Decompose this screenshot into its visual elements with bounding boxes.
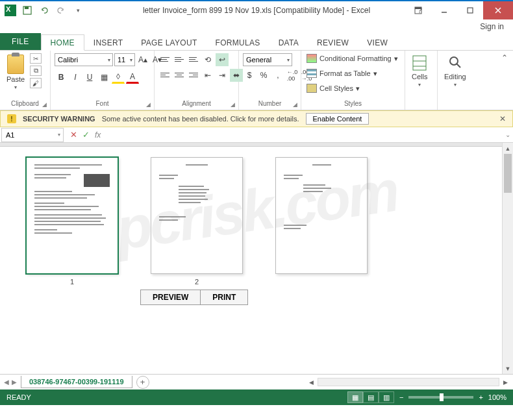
zoom-level[interactable]: 100% [488, 393, 507, 401]
scroll-up-icon[interactable]: ▲ [503, 143, 513, 154]
print-button[interactable]: PRINT [201, 290, 248, 305]
ribbon: Paste ▾ ✂ ⧉ 🖌 Clipboard ◢ Calibri 11 A▴ … [0, 51, 513, 110]
align-middle-icon[interactable] [173, 53, 186, 65]
group-cells: Cells▾ [405, 51, 438, 110]
bold-button[interactable]: B [55, 71, 68, 84]
fx-label[interactable]: fx [95, 130, 101, 140]
worksheet-area: 1 2 PREVIEW PRINT ▲ ▼ [0, 143, 513, 374]
page-thumbnail-2[interactable]: 2 [151, 157, 243, 286]
ribbon-display-options-icon[interactable] [405, 1, 431, 19]
border-icon[interactable]: ▦ [97, 71, 110, 84]
tab-data[interactable]: DATA [269, 35, 308, 50]
alignment-launcher-icon[interactable]: ◢ [231, 101, 237, 108]
increase-font-icon[interactable]: A▴ [136, 53, 149, 66]
italic-button[interactable]: I [69, 71, 82, 84]
align-top-icon[interactable] [158, 53, 171, 65]
number-launcher-icon[interactable]: ◢ [293, 101, 299, 108]
underline-button[interactable]: U [83, 71, 96, 84]
vertical-scrollbar[interactable]: ▲ ▼ [502, 143, 513, 374]
formula-input[interactable] [106, 129, 503, 142]
tab-view[interactable]: VIEW [358, 35, 397, 50]
scroll-down-icon[interactable]: ▼ [503, 363, 513, 374]
expand-formula-icon[interactable]: ⌄ [503, 131, 513, 138]
view-buttons: ▦ ▤ ▥ [347, 391, 394, 403]
sheet-nav: ◀ ▶ [0, 378, 21, 386]
percent-format-icon[interactable]: % [257, 69, 270, 82]
zoom-out-icon[interactable]: − [399, 393, 403, 401]
fill-color-icon[interactable]: ◊ [112, 71, 125, 84]
align-left-icon[interactable] [158, 69, 171, 80]
paste-button[interactable]: Paste ▾ [4, 53, 27, 92]
title-bar: ▾ letter Invoice_form 899 19 Nov 19.xls … [0, 0, 513, 19]
tab-home[interactable]: HOME [41, 34, 84, 51]
sheet-nav-prev-icon[interactable]: ◀ [4, 378, 9, 386]
save-icon[interactable] [19, 3, 35, 18]
cancel-formula-icon[interactable]: ✕ [70, 130, 77, 140]
page-break-view-icon[interactable]: ▥ [379, 391, 394, 403]
svg-rect-1 [25, 6, 29, 9]
svg-rect-5 [468, 8, 473, 13]
format-painter-icon[interactable]: 🖌 [30, 78, 42, 88]
increase-indent-icon[interactable]: ⇥ [216, 69, 229, 82]
page-thumbnail-3[interactable] [275, 157, 368, 286]
orientation-icon[interactable]: ⟲ [201, 53, 214, 66]
redo-icon[interactable] [53, 3, 69, 18]
page-thumbnail-1[interactable]: 1 [26, 157, 118, 286]
qat-customize-icon[interactable]: ▾ [70, 3, 86, 18]
preview-button[interactable]: PREVIEW [140, 290, 201, 305]
cell-styles-button[interactable]: Cell Styles ▾ [305, 83, 361, 93]
zoom-slider[interactable] [408, 396, 473, 399]
document-title: letter Invoice_form 899 19 Nov 19.xls [C… [143, 6, 370, 15]
sheet-nav-next-icon[interactable]: ▶ [12, 378, 17, 386]
tab-review[interactable]: REVIEW [308, 35, 358, 50]
undo-icon[interactable] [36, 3, 52, 18]
enable-content-button[interactable]: Enable Content [306, 113, 369, 125]
hscroll-left-icon[interactable]: ◀ [307, 379, 316, 386]
font-name-combo[interactable]: Calibri [55, 53, 113, 66]
close-warning-icon[interactable]: ✕ [499, 114, 506, 123]
wrap-text-icon[interactable]: ↩ [216, 53, 229, 66]
scroll-thumb[interactable] [504, 154, 512, 193]
cells-button[interactable]: Cells▾ [409, 53, 430, 89]
decrease-indent-icon[interactable]: ⇤ [201, 69, 214, 82]
collapse-ribbon-icon[interactable]: ⌃ [496, 51, 513, 110]
align-bottom-icon[interactable] [187, 53, 200, 65]
name-box[interactable]: A1 [1, 128, 64, 142]
tab-insert[interactable]: INSERT [84, 35, 132, 50]
hscroll-right-icon[interactable]: ▶ [501, 379, 510, 386]
tab-page-layout[interactable]: PAGE LAYOUT [132, 35, 206, 50]
number-format-combo[interactable]: General [243, 53, 292, 66]
cut-icon[interactable]: ✂ [30, 53, 42, 64]
comma-format-icon[interactable]: , [271, 69, 284, 82]
copy-icon[interactable]: ⧉ [30, 66, 42, 76]
conditional-formatting-button[interactable]: Conditional Formatting ▾ [305, 53, 399, 64]
sheet-tab[interactable]: 038746-97467-00399-191119 [21, 376, 132, 388]
page-layout-view-icon[interactable]: ▤ [363, 391, 379, 403]
horizontal-scrollbar[interactable]: ◀ ▶ [149, 378, 513, 386]
minimize-button[interactable] [431, 1, 457, 19]
accounting-format-icon[interactable]: $ [243, 69, 256, 82]
increase-decimal-icon[interactable]: ←.0.00 [286, 69, 299, 82]
excel-app-icon[interactable] [3, 3, 18, 18]
align-center-icon[interactable] [173, 69, 186, 80]
sign-in-link[interactable]: Sign in [480, 22, 504, 31]
action-buttons: PREVIEW PRINT [140, 290, 248, 305]
font-color-icon[interactable]: A [126, 71, 139, 84]
font-size-combo[interactable]: 11 [114, 53, 135, 66]
normal-view-icon[interactable]: ▦ [347, 391, 363, 403]
format-as-table-button[interactable]: Format as Table ▾ [305, 68, 379, 79]
security-heading: SECURITY WARNING [23, 115, 95, 123]
window-controls [405, 1, 513, 19]
clipboard-launcher-icon[interactable]: ◢ [42, 101, 49, 108]
enter-formula-icon[interactable]: ✓ [82, 130, 90, 140]
align-right-icon[interactable] [187, 69, 200, 80]
maximize-button[interactable] [457, 1, 483, 19]
editing-button[interactable]: Editing▾ [442, 53, 469, 89]
new-sheet-button[interactable]: + [136, 376, 149, 389]
font-launcher-icon[interactable]: ◢ [146, 101, 153, 108]
tab-file[interactable]: FILE [0, 33, 41, 50]
close-button[interactable] [483, 1, 513, 19]
svg-rect-3 [415, 7, 421, 9]
tab-formulas[interactable]: FORMULAS [206, 35, 269, 50]
zoom-in-icon[interactable]: + [479, 393, 482, 401]
